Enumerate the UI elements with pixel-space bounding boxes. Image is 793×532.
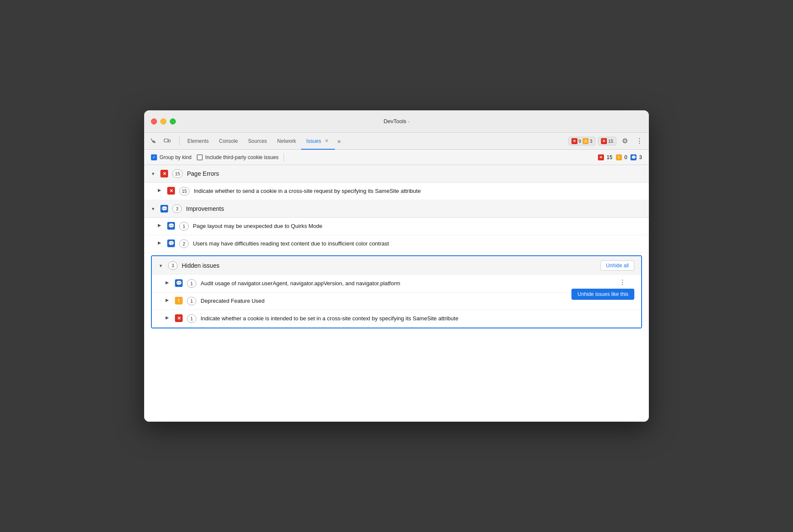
tab-elements[interactable]: Elements xyxy=(182,133,214,150)
toolbar-error-icon: ✕ xyxy=(598,154,604,160)
toolbar-warning-badge: ! 0 xyxy=(616,154,627,160)
hidden-issues-group-header[interactable]: ▼ 3 Hidden issues Unhide all xyxy=(152,256,641,275)
page-error-item-0[interactable]: ▶ ✕ 15 Indicate whether to send a cookie… xyxy=(144,183,649,200)
more-tabs-button[interactable]: » xyxy=(335,138,343,145)
issues-content: ▼ ✕ 15 Page Errors ▶ ✕ 15 Indicate wheth… xyxy=(144,165,649,422)
item-chevron: ▶ xyxy=(166,315,171,320)
tab-issues[interactable]: Issues ✕ xyxy=(301,133,335,150)
item-count: 2 xyxy=(179,239,189,248)
issues-error-icon: ✕ xyxy=(601,138,607,144)
page-errors-count: 15 xyxy=(172,169,183,178)
improvements-group-header[interactable]: ▼ 💬 3 Improvements xyxy=(144,200,649,218)
item-text: Indicate whether to send a cookie in a c… xyxy=(194,187,635,195)
unhide-all-button[interactable]: Unhide all xyxy=(601,260,634,271)
toolbar-info-badge: 💬 3 xyxy=(630,154,642,160)
item-count: 1 xyxy=(187,297,196,305)
item-warning-icon: ! xyxy=(175,297,183,304)
page-errors-chevron: ▼ xyxy=(151,171,156,176)
tabbar: Elements Console Sources Network Issues … xyxy=(144,133,649,150)
improvements-icon: 💬 xyxy=(160,205,168,213)
hidden-issue-item-1[interactable]: ▶ ! 1 Deprecated Feature Used xyxy=(152,293,641,310)
improvements-chevron: ▼ xyxy=(151,207,156,211)
window-title: DevTools · xyxy=(384,118,410,124)
settings-icon[interactable]: ⚙ xyxy=(619,135,631,147)
item-chevron: ▶ xyxy=(158,240,163,245)
issues-count: 15 xyxy=(608,139,613,144)
toolbar-warning-count: 0 xyxy=(624,154,627,160)
item-count: 1 xyxy=(179,222,189,231)
titlebar: DevTools · xyxy=(144,110,649,133)
item-info-icon: 💬 xyxy=(167,239,175,247)
item-text: Deprecated Feature Used xyxy=(201,297,627,305)
svg-rect-0 xyxy=(164,139,168,142)
hidden-issue-item-0[interactable]: ▶ 💬 1 Audit usage of navigator.userAgent… xyxy=(152,275,641,293)
tab-close-issues[interactable]: ✕ xyxy=(324,138,330,144)
hidden-issues-group: ▼ 3 Hidden issues Unhide all ▶ 💬 1 Audit… xyxy=(151,255,642,328)
errors-badge[interactable]: ✕ 9 ⚠ 3 xyxy=(568,137,595,145)
item-info-icon: 💬 xyxy=(167,222,175,230)
third-party-check xyxy=(197,154,203,160)
item-text: Users may have difficulties reading text… xyxy=(193,239,635,248)
tab-console[interactable]: Console xyxy=(214,133,243,150)
tab-network[interactable]: Network xyxy=(272,133,301,150)
item-error-icon: ✕ xyxy=(167,187,175,195)
hidden-issues-count: 3 xyxy=(168,261,178,270)
warning-icon: ⚠ xyxy=(583,138,589,144)
error-icon: ✕ xyxy=(571,138,577,144)
toolbar-warning-icon: ! xyxy=(616,154,622,160)
improvements-title: Improvements xyxy=(186,205,224,212)
tabbar-tools xyxy=(148,135,173,147)
close-button[interactable] xyxy=(151,118,157,124)
device-icon[interactable] xyxy=(161,135,173,147)
page-errors-title: Page Errors xyxy=(187,170,219,177)
third-party-checkbox[interactable]: Include third-party cookie issues xyxy=(197,154,278,160)
hidden-issue-item-2[interactable]: ▶ ✕ 1 Indicate whether a cookie is inten… xyxy=(152,310,641,328)
more-options-icon[interactable]: ⋮ xyxy=(633,135,645,147)
item-chevron: ▶ xyxy=(166,298,171,302)
item-count: 1 xyxy=(187,279,196,288)
improvement-item-1[interactable]: ▶ 💬 2 Users may have difficulties readin… xyxy=(144,235,649,253)
item-chevron: ▶ xyxy=(158,223,163,228)
toolbar-error-count: 15 xyxy=(607,154,612,160)
improvements-count: 3 xyxy=(172,204,182,213)
item-info-icon: 💬 xyxy=(175,279,183,287)
hidden-issues-chevron: ▼ xyxy=(159,263,164,268)
hidden-issues-wrapper: ▼ 3 Hidden issues Unhide all ▶ 💬 1 Audit… xyxy=(148,255,645,328)
toolbar-separator xyxy=(284,153,284,162)
tabbar-right: ✕ 9 ⚠ 3 ✕ 15 ⚙ ⋮ xyxy=(568,135,646,147)
minimize-button[interactable] xyxy=(160,118,166,124)
toolbar-info-icon: 💬 xyxy=(630,154,636,160)
errors-count: 9 xyxy=(579,139,581,144)
improvement-item-0[interactable]: ▶ 💬 1 Page layout may be unexpected due … xyxy=(144,218,649,235)
item-text: Indicate whether a cookie is intended to… xyxy=(201,314,627,323)
unhide-issues-popup[interactable]: Unhide issues like this xyxy=(571,289,634,300)
hidden-issues-title: Hidden issues xyxy=(182,262,219,269)
item-text: Audit usage of navigator.userAgent, navi… xyxy=(201,279,613,288)
tab-sources[interactable]: Sources xyxy=(243,133,272,150)
devtools-window: DevTools · Elements Console Sources xyxy=(144,110,649,422)
maximize-button[interactable] xyxy=(170,118,176,124)
group-by-kind-checkbox[interactable]: ✓ Group by kind xyxy=(151,154,192,160)
inspect-icon[interactable] xyxy=(148,135,160,147)
toolbar-error-badge: ✕ 15 xyxy=(598,154,612,160)
svg-rect-1 xyxy=(168,140,170,142)
warnings-count: 3 xyxy=(590,139,592,144)
tab-divider-left xyxy=(179,137,180,145)
item-text: Page layout may be unexpected due to Qui… xyxy=(193,222,635,231)
toolbar-info-count: 3 xyxy=(639,154,642,160)
item-count: 1 xyxy=(187,314,196,323)
item-error-icon: ✕ xyxy=(175,314,183,322)
item-chevron: ▶ xyxy=(166,280,171,285)
page-errors-group-header[interactable]: ▼ ✕ 15 Page Errors xyxy=(144,165,649,183)
toolbar-right: ✕ 15 ! 0 💬 3 xyxy=(598,154,642,160)
item-count: 15 xyxy=(179,187,189,195)
item-chevron: ▶ xyxy=(158,188,163,192)
group-by-kind-check: ✓ xyxy=(151,154,157,160)
more-options-icon[interactable]: ⋮ xyxy=(617,278,627,287)
page-errors-icon: ✕ xyxy=(160,170,168,177)
issues-toolbar: ✓ Group by kind Include third-party cook… xyxy=(144,150,649,165)
traffic-lights xyxy=(151,118,176,124)
issues-badge[interactable]: ✕ 15 xyxy=(598,137,616,145)
